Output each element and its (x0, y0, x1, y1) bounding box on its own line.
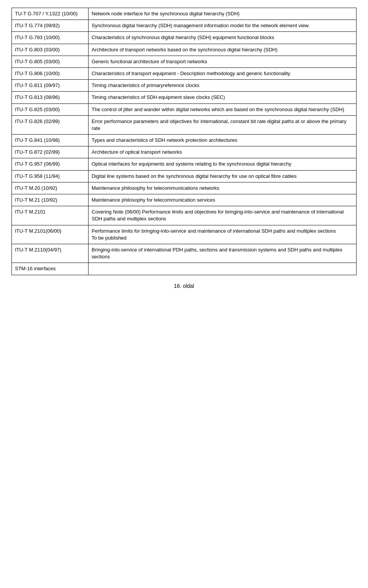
table-row: ITU-T G.806 (10/00)Characteristics of tr… (12, 67, 356, 79)
table-row: ITU-T M.21 (10/92)Maintenance philosophy… (12, 194, 356, 206)
standard-description: Digital line systems based on the synchr… (89, 170, 356, 182)
standard-description: Bringing-into-service of international P… (89, 244, 356, 263)
table-row: ITU-T G.958 (11/94)Digital line systems … (12, 170, 356, 182)
standard-id: STM-16 interfaces (12, 263, 89, 275)
standard-id: ITU-T G.813 (08/96) (12, 92, 89, 103)
standard-description: Network node interface for the synchrono… (89, 8, 356, 20)
table-row: ITU-T G.872 (02/99)Architecture of optic… (12, 146, 356, 158)
standard-description: Generic functional architecture of trans… (89, 56, 356, 67)
table-row: ITU-T M.2110(04/97)Bringing-into-service… (12, 244, 356, 263)
table-row: STM-16 interfaces (12, 263, 356, 275)
standard-id: ITU-T M.2101 (12, 206, 89, 225)
standard-description: Architecture of transport networks based… (89, 44, 356, 56)
standard-id: ITU-T M.2101(06/00) (12, 225, 89, 244)
standard-id: ITU-T M.2110(04/97) (12, 244, 89, 263)
standard-description: Characteristics of synchronous digital h… (89, 32, 356, 44)
standard-id: TU-T G.707 / Y.1322 (10/00) (12, 8, 89, 20)
standard-description: Optical interfaces for equipments and sy… (89, 158, 356, 170)
standard-id: ITU-T G.825 (03/00) (12, 103, 89, 115)
table-row: ITU-T G.826 (02/99)Error performance par… (12, 115, 356, 134)
standard-id: ITU-T G.806 (10/00) (12, 67, 89, 79)
table-row: ITU-T G.805 (03/00)Generic functional ar… (12, 56, 356, 67)
standard-id: ITU-T G.805 (03/00) (12, 56, 89, 67)
table-row: ITU-T G.783 (10/00)Characteristics of sy… (12, 32, 356, 44)
page-number: 16. oldal (12, 283, 356, 289)
standard-id: ITU-T G.958 (11/94) (12, 170, 89, 182)
standard-id: ITU-T M.20 (10/92) (12, 182, 89, 194)
standard-id: ITU-T G.803 (03/00) (12, 44, 89, 56)
standard-id: ITU-T G.783 (10/00) (12, 32, 89, 44)
standard-description: Timing characteristics of SDH equipment … (89, 92, 356, 103)
standard-id: ITU-T G.774 (09/92) (12, 20, 89, 32)
standard-description: Maintenance philosophy for telecommunica… (89, 194, 356, 206)
standard-id: ITU-T G.957 (06/99) (12, 158, 89, 170)
table-row: TU-T G.707 / Y.1322 (10/00)Network node … (12, 8, 356, 20)
standard-id: ITU-T G.826 (02/99) (12, 115, 89, 134)
table-row: ITU-T M.20 (10/92)Maintenance philosophy… (12, 182, 356, 194)
standard-description: Types and characteristics of SDH network… (89, 135, 356, 146)
table-row: ITU-T M.2101Covering Note (06/00) Perfor… (12, 206, 356, 225)
standard-id: ITU-T G.811 (09/97) (12, 80, 89, 92)
standard-description: The control of jitter and wander within … (89, 103, 356, 115)
standard-id: ITU-T G.872 (02/99) (12, 146, 89, 158)
standard-id: ITU-T M.21 (10/92) (12, 194, 89, 206)
standard-description: Timing characteristics of primaryreferen… (89, 80, 356, 92)
table-row: ITU-T G.957 (06/99)Optical interfaces fo… (12, 158, 356, 170)
table-row: ITU-T G.825 (03/00)The control of jitter… (12, 103, 356, 115)
standard-id: ITU-T G.841 (10/98) (12, 135, 89, 146)
standard-description: Synchronous digital hierarchy (SDH) mana… (89, 20, 356, 32)
standard-description: Error performance parameters and objecti… (89, 115, 356, 134)
table-row: ITU-T G.774 (09/92)Synchronous digital h… (12, 20, 356, 32)
standard-description: Covering Note (06/00) Performance limits… (89, 206, 356, 225)
standard-description: Architecture of optical transport networ… (89, 146, 356, 158)
standard-description (89, 263, 356, 275)
table-row: ITU-T M.2101(06/00)Performance limits fo… (12, 225, 356, 244)
table-row: ITU-T G.813 (08/96)Timing characteristic… (12, 92, 356, 103)
standard-description: Maintenance philosophy for telecommunica… (89, 182, 356, 194)
standards-table: TU-T G.707 / Y.1322 (10/00)Network node … (12, 8, 356, 275)
standard-description: Performance limits for bringing-into-ser… (89, 225, 356, 244)
table-row: ITU-T G.811 (09/97)Timing characteristic… (12, 80, 356, 92)
standard-description: Characteristics of transport equipment -… (89, 67, 356, 79)
table-row: ITU-T G.841 (10/98)Types and characteris… (12, 135, 356, 146)
table-row: ITU-T G.803 (03/00)Architecture of trans… (12, 44, 356, 56)
